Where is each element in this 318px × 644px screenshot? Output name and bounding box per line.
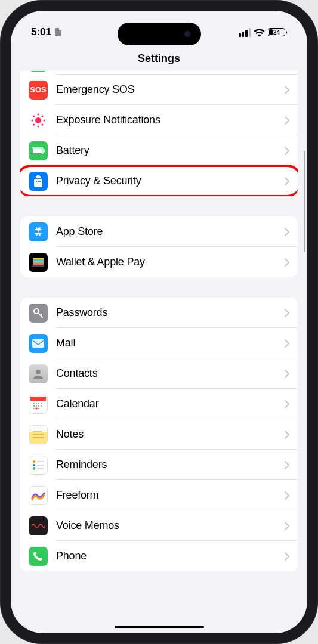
svg-point-28 [41, 405, 42, 407]
svg-point-21 [33, 403, 35, 404]
row-label: Mail [56, 337, 285, 349]
chevron-right-icon [285, 228, 289, 236]
row-label: Calendar [56, 398, 285, 410]
row-voice-memos[interactable]: Voice Memos [20, 510, 298, 541]
svg-point-2 [38, 125, 39, 127]
row-reminders[interactable]: Reminders [20, 450, 298, 480]
row-label: Exposure Notifications [56, 114, 285, 126]
row-label: App Store [56, 225, 285, 238]
svg-rect-20 [30, 397, 46, 401]
home-indicator[interactable] [115, 626, 204, 628]
chevron-right-icon [285, 339, 289, 348]
row-emergency-sos[interactable]: SOS Emergency SOS [20, 75, 298, 105]
chevron-right-icon [285, 431, 289, 439]
row-label: Wallet & Apple Pay [56, 256, 285, 268]
svg-rect-18 [32, 339, 44, 348]
row-phone[interactable]: Phone [20, 541, 298, 571]
row-privacy-security[interactable]: Privacy & Security [20, 166, 298, 196]
privacy-icon [29, 172, 48, 191]
svg-point-0 [35, 117, 41, 123]
svg-point-37 [33, 464, 35, 466]
svg-point-1 [38, 113, 39, 115]
svg-point-5 [33, 115, 35, 117]
chevron-right-icon [285, 522, 289, 530]
phone-icon [29, 547, 48, 566]
svg-point-3 [32, 119, 33, 121]
svg-point-25 [33, 405, 35, 407]
chevron-right-icon [285, 461, 289, 469]
svg-point-23 [38, 403, 39, 404]
row-label: Voice Memos [56, 519, 285, 532]
scroll-indicator [304, 151, 305, 252]
dynamic-island [118, 23, 201, 45]
sim-icon [55, 28, 61, 36]
mail-icon [29, 334, 48, 353]
wallet-icon [29, 253, 48, 272]
section-apps: Passwords Mail Contacts [20, 298, 298, 571]
row-label: Battery [56, 144, 285, 157]
chevron-right-icon [285, 309, 289, 317]
svg-point-19 [36, 370, 41, 374]
svg-point-7 [33, 123, 35, 125]
svg-point-35 [33, 460, 35, 463]
row-calendar[interactable]: Calendar [20, 389, 298, 419]
battery-icon [29, 141, 48, 160]
row-label: Notes [56, 428, 285, 441]
freeform-icon [29, 486, 48, 505]
svg-point-24 [41, 403, 42, 404]
svg-point-31 [38, 408, 39, 409]
row-battery[interactable]: Battery [20, 135, 298, 166]
svg-point-26 [36, 405, 37, 407]
section-store: App Store Wallet & Apple Pay [20, 216, 298, 277]
row-notes[interactable]: Notes [20, 419, 298, 450]
row-label: Passwords [56, 306, 285, 319]
svg-point-22 [36, 403, 37, 404]
svg-rect-16 [32, 265, 44, 267]
row-passwords[interactable]: Passwords [20, 298, 298, 328]
svg-point-8 [42, 123, 44, 125]
row-label: Contacts [56, 367, 285, 380]
svg-point-27 [38, 405, 39, 407]
appstore-icon [29, 222, 48, 242]
row-wallet[interactable]: Wallet & Apple Pay [20, 247, 298, 277]
chevron-right-icon [285, 552, 289, 561]
notes-icon [29, 425, 48, 444]
peek-icon [29, 71, 48, 72]
page-title: Settings [11, 45, 307, 71]
chevron-right-icon [285, 147, 289, 155]
row-exposure-notifications[interactable]: Exposure Notifications [20, 105, 298, 135]
settings-list[interactable]: SOS Emergency SOS Exposure Notifications… [11, 71, 307, 628]
svg-point-6 [42, 115, 44, 117]
exposure-icon [29, 111, 48, 130]
phone-frame: 5:01 24 Settings [0, 0, 318, 644]
chevron-right-icon [285, 177, 289, 185]
cellular-signal-icon [239, 28, 251, 37]
svg-rect-10 [33, 148, 42, 153]
chevron-right-icon [285, 116, 289, 125]
chevron-right-icon [285, 370, 289, 378]
screen: 5:01 24 Settings [11, 11, 307, 633]
contacts-icon [29, 364, 48, 383]
chevron-right-icon [285, 491, 289, 500]
section-general: SOS Emergency SOS Exposure Notifications… [20, 71, 298, 196]
svg-rect-11 [44, 149, 45, 152]
reminders-icon [29, 456, 48, 475]
svg-point-4 [44, 119, 45, 121]
chevron-right-icon [285, 400, 289, 408]
sos-icon: SOS [29, 80, 48, 100]
battery-percentage: 24 [273, 29, 280, 36]
svg-point-39 [33, 467, 35, 470]
voicememos-icon [29, 516, 48, 535]
calendar-icon [29, 395, 48, 414]
row-mail[interactable]: Mail [20, 328, 298, 358]
chevron-right-icon [285, 258, 289, 267]
row-label: Emergency SOS [56, 83, 285, 96]
status-time: 5:01 [31, 26, 51, 38]
row-contacts[interactable]: Contacts [20, 358, 298, 389]
row-label: Phone [56, 550, 285, 562]
row-app-store[interactable]: App Store [20, 216, 298, 247]
row-label: Privacy & Security [56, 175, 285, 187]
svg-point-29 [33, 408, 35, 409]
row-freeform[interactable]: Freeform [20, 480, 298, 510]
chevron-right-icon [285, 86, 289, 94]
